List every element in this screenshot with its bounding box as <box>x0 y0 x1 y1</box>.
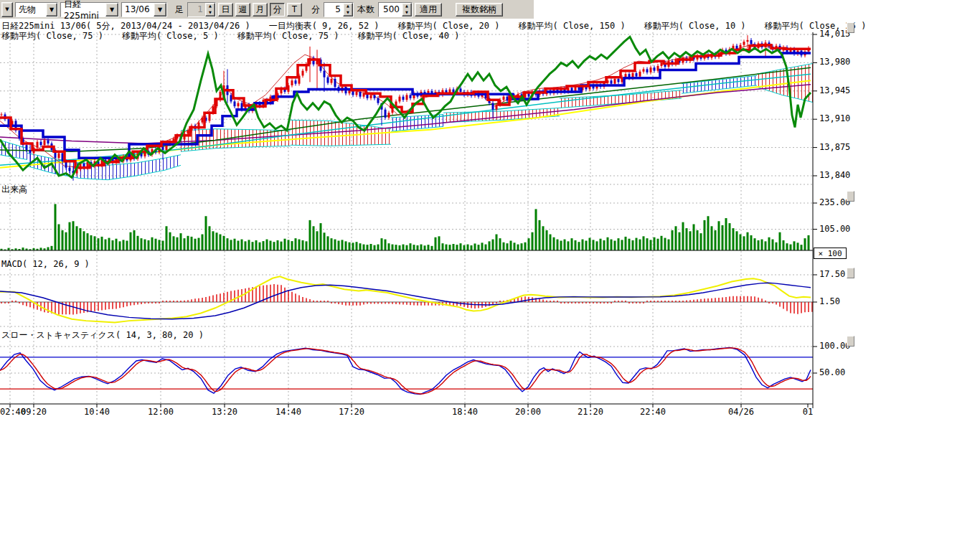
app-window: ▼ 先物 ▼ 日経225mini ▼ 13/06 ▼ 足 1 ▲▼ 日 週 月 … <box>0 0 980 551</box>
macd-pane-label: MACD( 12, 26, 9 ) <box>1 259 90 269</box>
indicator-legend-item: 移動平均( Close, 75 ) <box>237 30 339 42</box>
volume-pane-label: 出来高 <box>1 184 27 196</box>
stoch-pane-scroll-handle[interactable] <box>847 336 854 347</box>
indicator-legend-item: 移動平均( Close, 10 ) <box>644 20 746 32</box>
main-pane-scroll-handle[interactable] <box>847 22 854 33</box>
macd-pane-scroll-handle[interactable] <box>847 268 854 278</box>
stochastics-pane-label: スロー・ストキャスティクス( 14, 3, 80, 20 ) <box>1 329 204 342</box>
volume-multiplier-badge: × 100 <box>814 248 847 259</box>
indicator-legend-item: 移動平均( Close, 150 ) <box>519 20 626 32</box>
volume-pane-scroll-handle[interactable] <box>847 191 854 202</box>
indicator-legend-row-2: 移動平均( Close, 75 )移動平均( Close, 5 )移動平均( C… <box>1 30 459 42</box>
indicator-legend-item: 移動平均( Close, 5 ) <box>122 30 219 42</box>
price-chart-canvas[interactable] <box>0 0 980 551</box>
indicator-legend-item: 移動平均( Close, 75 ) <box>1 30 103 42</box>
indicator-legend-item: 移動平均( Close, 40 ) <box>358 30 460 42</box>
